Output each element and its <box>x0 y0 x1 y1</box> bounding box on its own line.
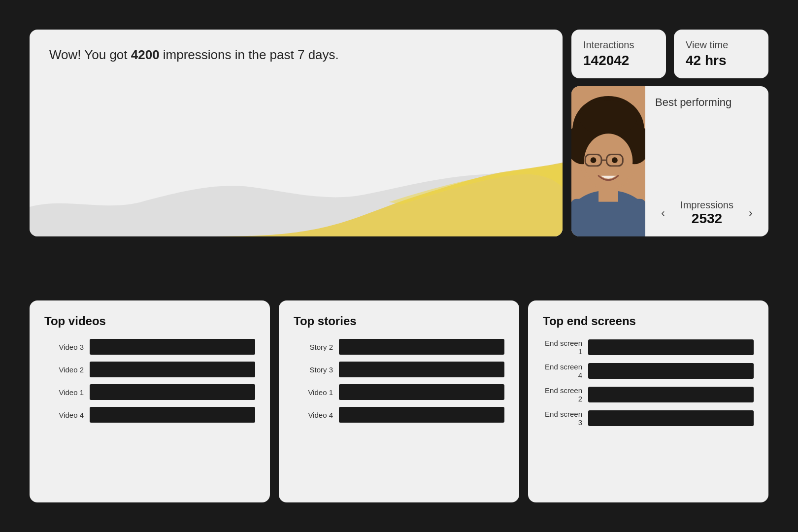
best-performing-title: Best performing <box>655 96 759 109</box>
top-videos-bars: Video 3Video 2Video 1Video 4 <box>44 339 255 423</box>
best-performing-card: Best performing ‹ Impressions 2532 › <box>571 86 768 236</box>
bar-label: Video 1 <box>44 388 84 397</box>
top-stories-card: Top stories Story 2Story 3Video 1Video 4 <box>279 300 519 502</box>
headline-pre: Wow! You got <box>49 47 131 62</box>
impressions-chart-card: Wow! You got 4200 impressions in the pas… <box>30 30 563 236</box>
bar-label: End screen 3 <box>543 410 582 427</box>
interactions-label: Interactions <box>583 39 634 51</box>
chart-svg <box>30 99 563 236</box>
impressions-block: Impressions 2532 <box>680 200 733 227</box>
list-item: End screen 4 <box>543 363 754 379</box>
list-item: End screen 2 <box>543 386 754 403</box>
top-stories-bars: Story 2Story 3Video 1Video 4 <box>294 339 504 423</box>
interactions-value: 142042 <box>583 53 629 68</box>
right-column: Interactions 142042 View time 42 hrs <box>571 30 768 236</box>
bar-fill <box>339 407 504 423</box>
svg-point-14 <box>612 157 618 163</box>
viewtime-value: 42 hrs <box>686 53 727 68</box>
list-item: Story 2 <box>294 339 504 355</box>
impressions-value: 2532 <box>680 211 733 227</box>
interactions-card: Interactions 142042 <box>571 30 666 78</box>
bar-label: End screen 2 <box>543 386 582 403</box>
list-item: End screen 3 <box>543 410 754 427</box>
bar-label: Story 2 <box>294 343 333 351</box>
best-performing-thumbnail <box>571 86 645 236</box>
dashboard: Wow! You got 4200 impressions in the pas… <box>30 30 768 502</box>
bar-fill <box>90 384 255 400</box>
list-item: Video 3 <box>44 339 255 355</box>
impressions-label: Impressions <box>680 200 733 211</box>
top-end-screens-card: Top end screens End screen 1End screen 4… <box>528 300 768 502</box>
viewtime-card: View time 42 hrs <box>674 30 768 78</box>
list-item: End screen 1 <box>543 339 754 356</box>
best-performing-info: Best performing ‹ Impressions 2532 › <box>645 86 768 236</box>
list-item: Video 4 <box>294 407 504 423</box>
bar-fill <box>339 384 504 400</box>
person-svg <box>571 86 645 236</box>
bar-fill <box>588 363 754 379</box>
list-item: Video 1 <box>44 384 255 400</box>
bar-fill <box>90 362 255 377</box>
top-end-screens-bars: End screen 1End screen 4End screen 2End … <box>543 339 754 427</box>
bar-fill <box>588 387 754 402</box>
bar-label: Video 4 <box>294 411 333 419</box>
list-item: Story 3 <box>294 362 504 377</box>
bar-label: Video 4 <box>44 411 84 419</box>
top-end-screens-title: Top end screens <box>543 314 754 328</box>
chart-area <box>30 99 563 236</box>
bar-label: Video 2 <box>44 366 84 374</box>
headline-bold: 4200 <box>131 47 160 62</box>
svg-rect-2 <box>571 199 645 236</box>
bar-fill <box>339 362 504 377</box>
list-item: Video 1 <box>294 384 504 400</box>
prev-button[interactable]: ‹ <box>655 205 671 221</box>
bar-fill <box>588 410 754 426</box>
viewtime-label: View time <box>686 39 728 51</box>
svg-point-8 <box>579 100 637 135</box>
top-stories-title: Top stories <box>294 314 504 328</box>
bar-fill <box>339 339 504 355</box>
headline-post: impressions in the past 7 days. <box>160 47 339 62</box>
bar-label: Video 1 <box>294 388 333 397</box>
bar-fill <box>90 339 255 355</box>
svg-point-13 <box>591 157 597 163</box>
bar-fill <box>588 339 754 355</box>
bar-label: Story 3 <box>294 366 333 374</box>
impressions-nav: ‹ Impressions 2532 › <box>655 200 759 227</box>
bar-label: End screen 1 <box>543 339 582 356</box>
list-item: Video 4 <box>44 407 255 423</box>
chart-headline: Wow! You got 4200 impressions in the pas… <box>49 47 543 63</box>
next-button[interactable]: › <box>743 205 759 221</box>
bar-label: End screen 4 <box>543 363 582 379</box>
stats-row: Interactions 142042 View time 42 hrs <box>571 30 768 78</box>
bottom-row: Top videos Video 3Video 2Video 1Video 4 … <box>30 300 768 502</box>
top-videos-card: Top videos Video 3Video 2Video 1Video 4 <box>30 300 270 502</box>
top-videos-title: Top videos <box>44 314 255 328</box>
list-item: Video 2 <box>44 362 255 377</box>
bar-fill <box>90 407 255 423</box>
bar-label: Video 3 <box>44 343 84 351</box>
